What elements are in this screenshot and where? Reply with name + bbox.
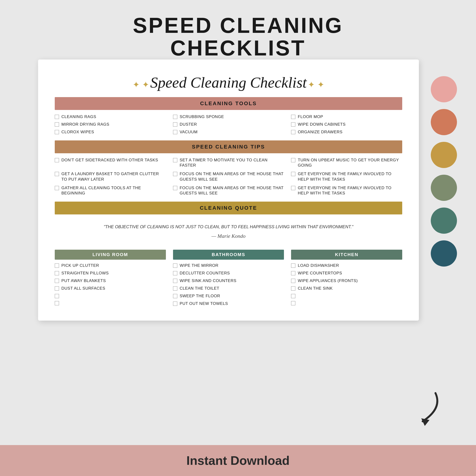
list-item: GET A LAUNDRY BASKET TO GATHER CLUTTER T…: [55, 171, 166, 182]
list-item: MIRROR DRYING RAGS: [55, 122, 166, 127]
swatch-terracotta: [431, 109, 457, 135]
list-item: SET A TIMER TO MOTIVATE YOU TO CLEAN FAS…: [173, 157, 284, 168]
list-item: DECLUTTER COUNTERS: [173, 271, 284, 276]
checkbox[interactable]: [55, 115, 59, 119]
checkbox[interactable]: [173, 115, 177, 119]
list-item: DUSTER: [173, 122, 284, 127]
checkbox[interactable]: [291, 130, 295, 134]
list-item: GET EVERYONE IN THE FAMILY INVOLVED TO H…: [291, 171, 402, 182]
checkbox[interactable]: [291, 263, 295, 268]
list-item: CLEANING RAGS: [55, 114, 166, 119]
list-item: WIPE APPLIANCES (FRONTS): [291, 278, 402, 284]
swatch-sage-green: [431, 175, 457, 201]
document: ✦ ✦ Speed Cleaning Checklist ✦ ✦ CLEANIN…: [38, 60, 419, 321]
checkbox[interactable]: [55, 186, 59, 190]
list-item: WIPE COUNTERTOPS: [291, 271, 402, 276]
bottom-bar: Instant Download: [0, 445, 476, 476]
cleaning-quote-header: CLEANING QUOTE: [55, 202, 402, 214]
checkbox[interactable]: [173, 302, 177, 306]
list-item: CLOROX WIPES: [55, 130, 166, 135]
checkbox[interactable]: [291, 286, 295, 290]
living-room-items: PICK UP CLUTTER STRAIGHTEN PILLOWS PUT A…: [55, 263, 166, 305]
list-item: ORGANIZE DRAWERS: [291, 130, 402, 135]
list-item: FLOOR MOP: [291, 114, 402, 119]
checkbox[interactable]: [55, 130, 59, 134]
quote-section: "THE OBJECTIVE OF CLEANING IS NOT JUST T…: [55, 219, 402, 245]
checkbox[interactable]: [173, 271, 177, 275]
quote-text: "THE OBJECTIVE OF CLEANING IS NOT JUST T…: [64, 223, 393, 230]
doc-title-text: Speed Cleaning Checklist: [150, 74, 307, 91]
list-item: LOAD DISHWASHER: [291, 263, 402, 268]
speed-tips-header: SPEED CLEANING TIPS: [55, 140, 402, 153]
living-room-header: LIVING ROOM: [55, 250, 166, 260]
checkbox[interactable]: [291, 294, 295, 298]
list-item: STRAIGHTEN PILLOWS: [55, 271, 166, 276]
sparkle-left: ✦ ✦: [133, 80, 149, 89]
list-item: DUST ALL SURFACES: [55, 286, 166, 291]
checkbox[interactable]: [291, 122, 295, 127]
checkbox[interactable]: [173, 279, 177, 283]
checkbox[interactable]: [291, 301, 295, 305]
checkbox[interactable]: [291, 271, 295, 275]
checkbox[interactable]: [55, 279, 59, 283]
list-item: PUT AWAY BLANKETS: [55, 278, 166, 284]
checkbox[interactable]: [173, 294, 177, 298]
checkbox[interactable]: [173, 172, 177, 176]
checkbox[interactable]: [55, 263, 59, 268]
checkbox[interactable]: [291, 279, 295, 283]
doc-script-title: ✦ ✦ Speed Cleaning Checklist ✦ ✦: [55, 74, 402, 91]
instant-download-text: Instant Download: [186, 453, 289, 468]
checkbox[interactable]: [55, 286, 59, 290]
list-item: WIPE THE MIRROR: [173, 263, 284, 268]
kitchen-section: KITCHEN LOAD DISHWASHER WIPE COUNTERTOPS…: [291, 250, 402, 306]
checkbox[interactable]: [173, 158, 177, 162]
list-item: PICK UP CLUTTER: [55, 263, 166, 268]
checkbox[interactable]: [291, 172, 295, 176]
cleaning-tools-grid: CLEANING RAGS SCRUBBING SPONGE FLOOR MOP…: [55, 114, 402, 135]
quote-author: — Marie Kondo: [64, 232, 393, 240]
checkbox[interactable]: [55, 271, 59, 275]
checkbox[interactable]: [173, 286, 177, 290]
list-item: CLEAN THE SINK: [291, 286, 402, 291]
cleaning-tools-header: CLEANING TOOLS: [55, 97, 402, 110]
list-item: GATHER ALL CLEANING TOOLS AT THE BEGINNI…: [55, 186, 166, 196]
living-room-section: LIVING ROOM PICK UP CLUTTER STRAIGHTEN P…: [55, 250, 166, 306]
list-item: SCRUBBING SPONGE: [173, 114, 284, 119]
list-item: [291, 301, 402, 305]
list-item: FOCUS ON THE MAIN AREAS OF THE HOUSE THA…: [173, 186, 284, 196]
swatch-rose-pink: [431, 76, 457, 102]
checkbox[interactable]: [173, 122, 177, 127]
swatch-gold: [431, 142, 457, 168]
checkbox[interactable]: [173, 130, 177, 134]
checkbox[interactable]: [291, 158, 295, 162]
list-item: WIPE SINK AND COUNTERS: [173, 278, 284, 284]
list-item: [55, 301, 166, 305]
checkbox[interactable]: [55, 158, 59, 162]
list-item: PUT OUT NEW TOWELS: [173, 301, 284, 306]
checkbox[interactable]: [55, 122, 59, 127]
speed-tips-grid: DON'T GET SIDETRACKED WITH OTHER TASKS S…: [55, 157, 402, 196]
checkbox[interactable]: [291, 186, 295, 190]
bathrooms-header: BATHROOMS: [173, 250, 284, 260]
sparkle-right: ✦ ✦: [308, 80, 324, 89]
list-item: CLEAN THE TOILET: [173, 286, 284, 291]
list-item: VACUUM: [173, 130, 284, 135]
list-item: [291, 293, 402, 298]
room-grid: LIVING ROOM PICK UP CLUTTER STRAIGHTEN P…: [55, 250, 402, 306]
checkbox[interactable]: [55, 294, 59, 298]
bathrooms-section: BATHROOMS WIPE THE MIRROR DECLUTTER COUN…: [173, 250, 284, 306]
title-line1: SPEED CLEANING: [5, 14, 471, 37]
checkbox[interactable]: [55, 301, 59, 305]
list-item: WIPE DOWN CABINETS: [291, 122, 402, 127]
checkbox[interactable]: [173, 263, 177, 268]
kitchen-items: LOAD DISHWASHER WIPE COUNTERTOPS WIPE AP…: [291, 263, 402, 305]
list-item: TURN ON UPBEAT MUSIC TO GET YOUR ENERGY …: [291, 157, 402, 168]
checkbox[interactable]: [55, 172, 59, 176]
swatch-teal: [431, 207, 457, 234]
list-item: DON'T GET SIDETRACKED WITH OTHER TASKS: [55, 157, 166, 168]
checkbox[interactable]: [291, 115, 295, 119]
color-swatches: [431, 76, 457, 267]
list-item: GET EVERYONE IN THE FAMILY INVOLVED TO H…: [291, 186, 402, 196]
page-title: SPEED CLEANING CHECKLIST: [0, 0, 476, 67]
checkbox[interactable]: [173, 186, 177, 190]
